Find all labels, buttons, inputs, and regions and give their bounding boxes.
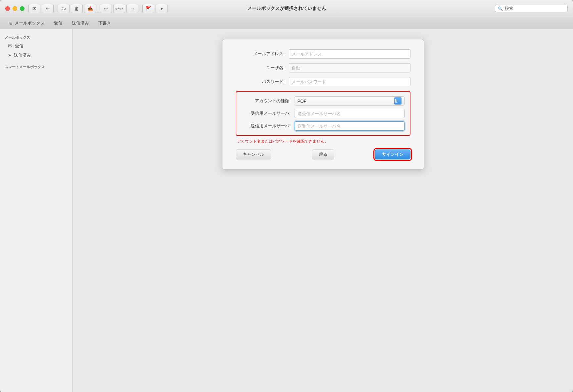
search-icon: 🔍 (498, 6, 503, 11)
email-row: メールアドレス: (236, 49, 410, 59)
archive-button[interactable]: 🗂 (58, 4, 70, 13)
outgoing-server-input[interactable] (295, 121, 405, 131)
move-button[interactable]: 📤 (84, 4, 96, 13)
password-input[interactable] (289, 77, 410, 86)
incoming-server-label: 受信用メールサーバ: (242, 110, 295, 116)
toolbar-reply: ↩ ↩↩ → (100, 4, 138, 13)
account-type-select[interactable]: POP ⇅ (295, 96, 405, 106)
forward-button[interactable]: → (126, 4, 138, 13)
error-message: アカウント名またはパスワードを確認できません。 (236, 139, 410, 144)
incoming-server-input[interactable] (295, 109, 405, 118)
toolbar-left: ✉ ✏ (28, 4, 54, 13)
account-dialog: メールアドレス: ユーザ名: パスワード: アカウントの種類: (222, 39, 424, 170)
tab-drafts[interactable]: 下書き (94, 19, 115, 27)
signin-button[interactable]: サインイン (375, 150, 410, 159)
username-row: ユーザ名: (236, 63, 410, 72)
sidebar-item-sent[interactable]: ➤ 送信済み (0, 51, 72, 60)
tab-mailbox[interactable]: ⊞ メールボックス (5, 19, 49, 27)
sidebar-item-inbox[interactable]: ✉ 受信 (0, 41, 72, 51)
account-type-label: アカウントの種類: (242, 98, 295, 104)
tab-mailbox-label: メールボックス (15, 20, 45, 26)
outgoing-server-label: 送信用メールサーバ: (242, 123, 295, 129)
traffic-lights (5, 6, 24, 11)
username-label: ユーザ名: (236, 65, 289, 71)
email-input[interactable] (289, 49, 410, 59)
account-type-value: POP (298, 99, 394, 104)
toolbar-flag: 🚩 ▾ (142, 4, 167, 13)
tab-inbox[interactable]: 受信 (50, 19, 67, 27)
mailbox-icon: ✉ (32, 6, 36, 11)
username-input[interactable] (289, 63, 410, 72)
sidebar: メールボックス ✉ 受信 ➤ 送信済み スマートメールボックス (0, 29, 73, 392)
reply-all-icon: ↩↩ (115, 6, 123, 11)
account-type-row: アカウントの種類: POP ⇅ (242, 96, 405, 106)
email-label: メールアドレス: (236, 51, 289, 57)
chevron-updown-icon: ⇅ (394, 99, 402, 104)
minimize-button[interactable] (13, 6, 17, 11)
close-button[interactable] (5, 6, 10, 11)
flag-dropdown-button[interactable]: ▾ (156, 4, 167, 13)
tab-drafts-label: 下書き (98, 20, 111, 26)
chevron-down-icon: ▾ (161, 6, 163, 11)
main-window: ✉ ✏ 🗂 🗑 📤 ↩ ↩↩ → (0, 0, 573, 392)
tab-sent[interactable]: 送信済み (68, 19, 93, 27)
trash-icon: 🗑 (74, 6, 79, 11)
mailbox-icon-button[interactable]: ✉ (28, 4, 40, 13)
incoming-server-row: 受信用メールサーバ: (242, 109, 405, 118)
sidebar-sent-label: 送信済み (14, 52, 31, 58)
tabbar: ⊞ メールボックス 受信 送信済み 下書き (0, 17, 573, 29)
window-title: メールボックスが選択されていません (247, 6, 326, 12)
content-area: メールアドレス: ユーザ名: パスワード: アカウントの種類: (73, 29, 573, 392)
move-icon: 📤 (87, 6, 93, 11)
flag-icon: 🚩 (146, 6, 151, 11)
toolbar-middle: 🗂 🗑 📤 (58, 4, 96, 13)
outgoing-server-row: 送信用メールサーバ: (242, 121, 405, 131)
server-settings-box: アカウントの種類: POP ⇅ 受信用メールサーバ: (236, 91, 410, 136)
password-label: パスワード: (236, 79, 289, 85)
sent-icon: ➤ (8, 53, 11, 58)
back-button[interactable]: 戻る (312, 150, 334, 159)
search-input[interactable] (505, 6, 565, 11)
flag-button[interactable]: 🚩 (142, 4, 154, 13)
search-box[interactable]: 🔍 (495, 5, 568, 12)
compose-icon: ✏ (46, 6, 50, 11)
maximize-button[interactable] (20, 6, 24, 11)
titlebar: ✉ ✏ 🗂 🗑 📤 ↩ ↩↩ → (0, 0, 573, 17)
account-type-chevron: ⇅ (394, 97, 402, 105)
sidebar-section-mailbox: メールボックス (0, 33, 72, 41)
compose-button[interactable]: ✏ (42, 4, 54, 13)
reply-icon: ↩ (104, 6, 108, 11)
password-row: パスワード: (236, 77, 410, 86)
main-content: メールボックス ✉ 受信 ➤ 送信済み スマートメールボックス メールアドレス: (0, 29, 573, 392)
cancel-button[interactable]: キャンセル (236, 150, 271, 159)
inbox-icon: ✉ (8, 43, 12, 49)
trash-button[interactable]: 🗑 (71, 4, 83, 13)
tab-sent-label: 送信済み (72, 20, 89, 26)
reply-button[interactable]: ↩ (100, 4, 112, 13)
tab-inbox-label: 受信 (54, 20, 63, 26)
archive-icon: 🗂 (61, 6, 66, 11)
mailbox-tab-icon: ⊞ (9, 21, 13, 25)
forward-icon: → (130, 6, 135, 11)
reply-all-button[interactable]: ↩↩ (113, 4, 125, 13)
sidebar-section-smart: スマートメールボックス (0, 60, 72, 71)
buttons-row: キャンセル 戻る サインイン (236, 150, 410, 159)
sidebar-inbox-label: 受信 (15, 43, 24, 49)
